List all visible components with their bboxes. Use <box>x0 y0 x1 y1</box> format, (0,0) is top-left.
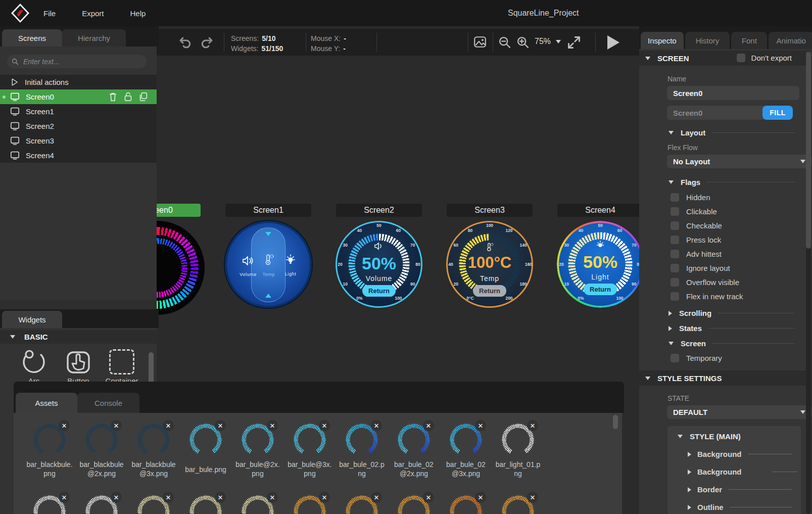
screen-name-input[interactable] <box>667 86 799 100</box>
flag-checkbox[interactable] <box>671 278 679 287</box>
canvas-screen2[interactable]: Screen2 0% 10 20 30 40 50 60 70 80 90 10… <box>336 204 422 217</box>
remove-asset-icon[interactable]: ✕ <box>267 492 278 503</box>
canvas-screen1-label[interactable]: Screen1 <box>225 204 311 217</box>
unlock-icon[interactable] <box>124 92 132 102</box>
states-section-header[interactable]: States <box>668 324 795 333</box>
zoom-dropdown-arrow-icon[interactable] <box>556 40 561 43</box>
inspector-scrollbar[interactable] <box>806 51 811 514</box>
flag-checkbox[interactable] <box>671 250 679 258</box>
remove-asset-icon[interactable]: ✕ <box>163 420 174 431</box>
fill-button[interactable]: FILL <box>762 106 793 120</box>
zoom-out-icon[interactable] <box>498 35 512 50</box>
search-input[interactable] <box>22 57 135 66</box>
canvas-screen2-label[interactable]: Screen2 <box>336 204 422 217</box>
menu-help[interactable]: Help <box>117 9 159 18</box>
remove-asset-icon[interactable]: ✕ <box>163 492 174 503</box>
remove-asset-icon[interactable]: ✕ <box>111 420 122 431</box>
remove-asset-icon[interactable]: ✕ <box>59 492 70 503</box>
screen3-preview[interactable]: 0°C 20 40 60 80 100 120 140 160 180 200 <box>446 221 533 308</box>
canvas-screen3-label[interactable]: Screen3 <box>447 204 533 217</box>
asset-thumbnail[interactable]: ✕ bar_blackbule@2x.png <box>75 423 128 478</box>
tab-hierarchy[interactable]: Hierarchy <box>62 29 126 46</box>
remove-asset-icon[interactable]: ✕ <box>371 492 382 503</box>
flag-checkbox[interactable] <box>671 292 679 301</box>
fill-name-input[interactable] <box>667 106 766 120</box>
remove-asset-icon[interactable]: ✕ <box>371 420 382 431</box>
list-item-screen0[interactable]: Screen0 <box>0 89 157 104</box>
screen4-preview[interactable]: 0% 10 20 30 40 50 60 70 80 90 100 <box>557 221 639 308</box>
return-button[interactable]: Return <box>584 284 617 295</box>
flag-checkbox[interactable] <box>671 221 679 230</box>
assets-scrollbar[interactable] <box>613 415 618 429</box>
asset-thumbnail[interactable]: ✕ bar_light_01.png <box>492 423 544 478</box>
background-image-icon[interactable] <box>473 35 487 49</box>
asset-thumbnail[interactable]: ✕ <box>231 495 284 514</box>
screen-section-header[interactable]: SCREEN Don't export <box>639 51 806 66</box>
list-item-screen4[interactable]: Screen4 <box>0 148 157 163</box>
asset-thumbnail[interactable]: ✕ <box>283 495 336 514</box>
remove-asset-icon[interactable]: ✕ <box>215 492 226 503</box>
asset-thumbnail[interactable]: ✕ <box>127 495 180 514</box>
canvas-screen0[interactable]: Screen0 <box>157 204 201 217</box>
canvas-screen3[interactable]: Screen3 0°C 20 40 60 80 100 120 140 160 … <box>447 204 533 217</box>
flex-flow-dropdown[interactable]: No Layout <box>667 155 811 168</box>
screen2-preview[interactable]: 0% 10 20 30 40 50 60 70 80 90 100 50% <box>336 221 422 308</box>
delete-icon[interactable] <box>109 92 117 102</box>
menu-item-light[interactable]: Light <box>275 254 306 276</box>
undo-icon[interactable] <box>179 35 194 49</box>
zoom-in-icon[interactable] <box>516 35 530 50</box>
tab-history[interactable]: History <box>685 32 730 49</box>
asset-thumbnail[interactable]: ✕ <box>75 495 128 514</box>
menu-file[interactable]: File <box>30 9 69 18</box>
asset-thumbnail[interactable]: ✕ <box>179 495 232 514</box>
asset-thumbnail[interactable]: ✕ <box>388 495 440 514</box>
style-outline[interactable]: Outline <box>688 503 792 511</box>
asset-thumbnail[interactable]: ✕ bar_blackbule@3x.png <box>127 423 180 478</box>
flag-checkbox[interactable] <box>671 236 679 244</box>
scrollbar-thumb[interactable] <box>806 52 811 249</box>
tab-inspector[interactable]: Inspecto <box>641 32 684 49</box>
remove-asset-icon[interactable]: ✕ <box>267 420 278 431</box>
duplicate-icon[interactable] <box>139 92 148 102</box>
asset-thumbnail[interactable]: ✕ bar_bule_02.png <box>336 423 388 478</box>
asset-thumbnail[interactable]: ✕ bar_bule@3x.png <box>283 423 336 478</box>
remove-asset-icon[interactable]: ✕ <box>527 420 538 431</box>
remove-asset-icon[interactable]: ✕ <box>423 420 434 431</box>
asset-thumbnail[interactable]: ✕ bar_bule@2x.png <box>231 423 284 478</box>
asset-thumbnail[interactable]: ✕ bar_bule_02@3x.png <box>440 423 492 478</box>
tab-animation[interactable]: Animatio <box>769 32 812 49</box>
tab-font[interactable]: Font <box>731 32 767 49</box>
flag-checkbox[interactable] <box>671 193 679 202</box>
style-background-1[interactable]: Background <box>688 450 792 458</box>
tab-console[interactable]: Console <box>77 393 139 413</box>
remove-asset-icon[interactable]: ✕ <box>423 492 434 503</box>
tab-widgets[interactable]: Widgets <box>2 311 62 328</box>
asset-thumbnail[interactable]: ✕ bar_bule_02@2x.png <box>388 423 440 478</box>
widget-container[interactable]: Container <box>100 347 144 385</box>
widget-arc[interactable]: Arc <box>12 347 56 385</box>
scrolling-section-header[interactable]: Scrolling <box>668 309 795 317</box>
screen-sub-section-header[interactable]: Screen <box>668 339 795 348</box>
screen1-preview[interactable]: Volume Temp <box>225 221 312 308</box>
return-button[interactable]: Return <box>473 285 506 297</box>
style-border[interactable]: Border <box>688 485 792 494</box>
list-item-screen3[interactable]: Screen3 <box>0 133 157 148</box>
asset-thumbnail[interactable]: ✕ <box>23 495 76 514</box>
tab-assets[interactable]: Assets <box>16 393 77 413</box>
state-dropdown[interactable]: DEFAULT <box>667 405 811 419</box>
flags-section-header[interactable]: Flags <box>668 178 795 186</box>
redo-icon[interactable] <box>198 35 213 49</box>
remove-asset-icon[interactable]: ✕ <box>475 492 486 503</box>
widgets-section-basic[interactable]: BASIC <box>0 330 157 344</box>
remove-asset-icon[interactable]: ✕ <box>319 492 330 503</box>
style-background-2[interactable]: Background <box>688 468 792 476</box>
zoom-level[interactable]: 75% <box>535 37 551 46</box>
remove-asset-icon[interactable]: ✕ <box>111 492 122 503</box>
remove-asset-icon[interactable]: ✕ <box>215 420 226 431</box>
flag-checkbox[interactable] <box>671 207 679 216</box>
screen0-preview[interactable] <box>157 221 205 315</box>
remove-asset-icon[interactable]: ✕ <box>527 492 538 503</box>
style-main-header[interactable]: STYLE (MAIN) <box>678 432 801 441</box>
widget-button[interactable]: Button <box>57 347 100 385</box>
flag-checkbox[interactable] <box>671 354 679 362</box>
